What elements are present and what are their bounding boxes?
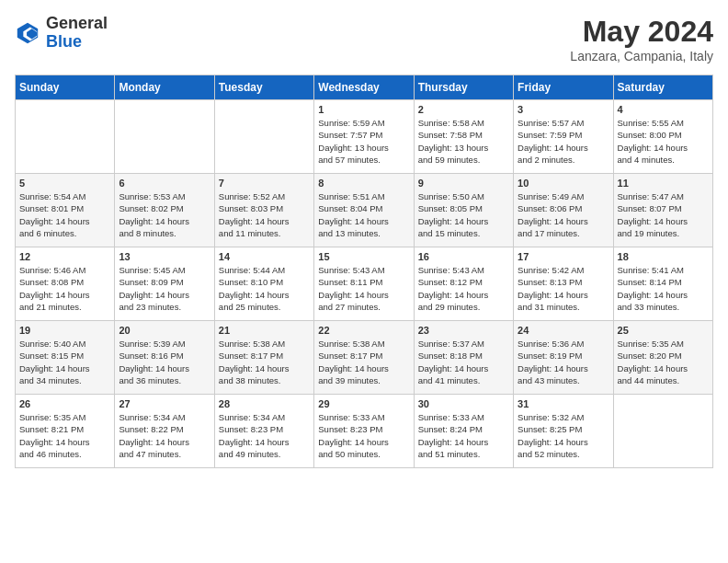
day-number: 19 <box>19 325 110 336</box>
day-info: Sunrise: 5:42 AM Sunset: 8:13 PM Dayligh… <box>518 264 609 313</box>
day-info: Sunrise: 5:33 AM Sunset: 8:23 PM Dayligh… <box>318 411 409 460</box>
day-info: Sunrise: 5:50 AM Sunset: 8:05 PM Dayligh… <box>418 190 509 239</box>
day-number: 27 <box>119 398 210 409</box>
logo-general: General <box>46 15 108 33</box>
day-info: Sunrise: 5:54 AM Sunset: 8:01 PM Dayligh… <box>19 190 110 239</box>
day-number: 12 <box>19 251 110 262</box>
day-info: Sunrise: 5:34 AM Sunset: 8:23 PM Dayligh… <box>219 411 310 460</box>
calendar-week-row: 1Sunrise: 5:59 AM Sunset: 7:57 PM Daylig… <box>16 100 713 174</box>
calendar-cell: 13Sunrise: 5:45 AM Sunset: 8:09 PM Dayli… <box>115 247 214 321</box>
logo-blue: Blue <box>46 33 108 52</box>
calendar-cell: 8Sunrise: 5:51 AM Sunset: 8:04 PM Daylig… <box>314 174 414 247</box>
day-info: Sunrise: 5:44 AM Sunset: 8:10 PM Dayligh… <box>219 264 310 313</box>
weekday-header-thursday: Thursday <box>414 75 513 100</box>
day-info: Sunrise: 5:38 AM Sunset: 8:17 PM Dayligh… <box>219 338 310 386</box>
calendar-title: May 2024 <box>570 15 713 49</box>
weekday-header-tuesday: Tuesday <box>214 75 313 100</box>
day-number: 16 <box>418 251 509 262</box>
calendar-cell: 6Sunrise: 5:53 AM Sunset: 8:02 PM Daylig… <box>115 174 214 247</box>
calendar-cell: 30Sunrise: 5:33 AM Sunset: 8:24 PM Dayli… <box>414 395 513 468</box>
calendar-header: SundayMondayTuesdayWednesdayThursdayFrid… <box>16 75 713 100</box>
day-info: Sunrise: 5:59 AM Sunset: 7:57 PM Dayligh… <box>318 117 409 166</box>
day-info: Sunrise: 5:35 AM Sunset: 8:20 PM Dayligh… <box>618 338 709 386</box>
day-info: Sunrise: 5:47 AM Sunset: 8:07 PM Dayligh… <box>618 190 709 239</box>
day-number: 7 <box>219 178 310 189</box>
calendar-cell: 9Sunrise: 5:50 AM Sunset: 8:05 PM Daylig… <box>414 174 513 247</box>
day-info: Sunrise: 5:46 AM Sunset: 8:08 PM Dayligh… <box>19 264 110 313</box>
day-number: 17 <box>518 251 609 262</box>
calendar-cell: 24Sunrise: 5:36 AM Sunset: 8:19 PM Dayli… <box>514 321 613 395</box>
calendar-cell: 5Sunrise: 5:54 AM Sunset: 8:01 PM Daylig… <box>16 174 115 247</box>
day-info: Sunrise: 5:38 AM Sunset: 8:17 PM Dayligh… <box>318 338 409 386</box>
day-number: 1 <box>318 104 409 115</box>
weekday-header-saturday: Saturday <box>613 75 712 100</box>
day-number: 6 <box>119 178 210 189</box>
weekday-header-monday: Monday <box>115 75 214 100</box>
day-info: Sunrise: 5:57 AM Sunset: 7:59 PM Dayligh… <box>518 117 609 166</box>
calendar-cell: 27Sunrise: 5:34 AM Sunset: 8:22 PM Dayli… <box>115 395 214 468</box>
weekday-header-row: SundayMondayTuesdayWednesdayThursdayFrid… <box>16 75 713 100</box>
day-number: 2 <box>418 104 509 115</box>
day-number: 3 <box>518 104 609 115</box>
day-info: Sunrise: 5:41 AM Sunset: 8:14 PM Dayligh… <box>618 264 709 313</box>
day-number: 13 <box>119 251 210 262</box>
day-number: 9 <box>418 178 509 189</box>
logo: General Blue <box>15 15 108 52</box>
logo-text: General Blue <box>46 15 108 52</box>
calendar-cell <box>613 395 712 468</box>
calendar-cell: 3Sunrise: 5:57 AM Sunset: 7:59 PM Daylig… <box>514 100 613 174</box>
logo-icon <box>15 20 40 46</box>
day-number: 21 <box>219 325 310 336</box>
day-info: Sunrise: 5:40 AM Sunset: 8:15 PM Dayligh… <box>19 338 110 386</box>
day-number: 22 <box>318 325 409 336</box>
day-info: Sunrise: 5:35 AM Sunset: 8:21 PM Dayligh… <box>19 411 110 460</box>
day-number: 10 <box>518 178 609 189</box>
day-info: Sunrise: 5:39 AM Sunset: 8:16 PM Dayligh… <box>119 338 210 386</box>
calendar-cell: 2Sunrise: 5:58 AM Sunset: 7:58 PM Daylig… <box>414 100 513 174</box>
day-number: 5 <box>19 178 110 189</box>
calendar-week-row: 12Sunrise: 5:46 AM Sunset: 8:08 PM Dayli… <box>16 247 713 321</box>
day-info: Sunrise: 5:37 AM Sunset: 8:18 PM Dayligh… <box>418 338 509 386</box>
calendar-cell: 21Sunrise: 5:38 AM Sunset: 8:17 PM Dayli… <box>214 321 313 395</box>
day-info: Sunrise: 5:34 AM Sunset: 8:22 PM Dayligh… <box>119 411 210 460</box>
calendar-cell: 10Sunrise: 5:49 AM Sunset: 8:06 PM Dayli… <box>514 174 613 247</box>
calendar-week-row: 5Sunrise: 5:54 AM Sunset: 8:01 PM Daylig… <box>16 174 713 247</box>
calendar-cell: 4Sunrise: 5:55 AM Sunset: 8:00 PM Daylig… <box>613 100 712 174</box>
day-number: 20 <box>119 325 210 336</box>
day-info: Sunrise: 5:36 AM Sunset: 8:19 PM Dayligh… <box>518 338 609 386</box>
calendar-subtitle: Lanzara, Campania, Italy <box>570 49 713 63</box>
day-number: 24 <box>518 325 609 336</box>
calendar-cell: 31Sunrise: 5:32 AM Sunset: 8:25 PM Dayli… <box>514 395 613 468</box>
day-number: 14 <box>219 251 310 262</box>
day-number: 26 <box>19 398 110 409</box>
calendar-cell: 28Sunrise: 5:34 AM Sunset: 8:23 PM Dayli… <box>214 395 313 468</box>
day-number: 29 <box>318 398 409 409</box>
weekday-header-friday: Friday <box>514 75 613 100</box>
calendar-cell: 7Sunrise: 5:52 AM Sunset: 8:03 PM Daylig… <box>214 174 313 247</box>
day-info: Sunrise: 5:58 AM Sunset: 7:58 PM Dayligh… <box>418 117 509 166</box>
day-info: Sunrise: 5:43 AM Sunset: 8:12 PM Dayligh… <box>418 264 509 313</box>
day-info: Sunrise: 5:45 AM Sunset: 8:09 PM Dayligh… <box>119 264 210 313</box>
day-number: 15 <box>318 251 409 262</box>
calendar-cell: 17Sunrise: 5:42 AM Sunset: 8:13 PM Dayli… <box>514 247 613 321</box>
calendar-cell: 22Sunrise: 5:38 AM Sunset: 8:17 PM Dayli… <box>314 321 414 395</box>
calendar-cell: 1Sunrise: 5:59 AM Sunset: 7:57 PM Daylig… <box>314 100 414 174</box>
calendar-body: 1Sunrise: 5:59 AM Sunset: 7:57 PM Daylig… <box>16 100 713 468</box>
day-number: 4 <box>618 104 709 115</box>
calendar-cell <box>115 100 214 174</box>
page-header: General Blue May 2024 Lanzara, Campania,… <box>15 15 713 63</box>
day-number: 8 <box>318 178 409 189</box>
day-number: 18 <box>618 251 709 262</box>
calendar-cell: 19Sunrise: 5:40 AM Sunset: 8:15 PM Dayli… <box>16 321 115 395</box>
day-info: Sunrise: 5:33 AM Sunset: 8:24 PM Dayligh… <box>418 411 509 460</box>
day-info: Sunrise: 5:51 AM Sunset: 8:04 PM Dayligh… <box>318 190 409 239</box>
calendar-cell: 16Sunrise: 5:43 AM Sunset: 8:12 PM Dayli… <box>414 247 513 321</box>
weekday-header-wednesday: Wednesday <box>314 75 414 100</box>
title-block: May 2024 Lanzara, Campania, Italy <box>570 15 713 63</box>
day-info: Sunrise: 5:52 AM Sunset: 8:03 PM Dayligh… <box>219 190 310 239</box>
day-info: Sunrise: 5:32 AM Sunset: 8:25 PM Dayligh… <box>518 411 609 460</box>
calendar-cell: 11Sunrise: 5:47 AM Sunset: 8:07 PM Dayli… <box>613 174 712 247</box>
weekday-header-sunday: Sunday <box>16 75 115 100</box>
calendar-cell: 12Sunrise: 5:46 AM Sunset: 8:08 PM Dayli… <box>16 247 115 321</box>
calendar-cell: 14Sunrise: 5:44 AM Sunset: 8:10 PM Dayli… <box>214 247 313 321</box>
